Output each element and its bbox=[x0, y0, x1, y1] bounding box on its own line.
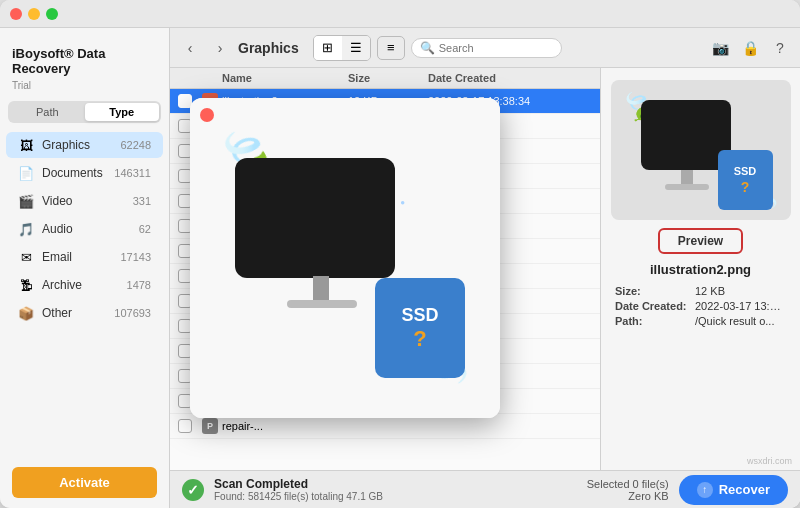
search-box: 🔍 bbox=[411, 38, 563, 58]
sidebar: iBoysoft® Data Recovery Trial Path Type … bbox=[0, 28, 170, 508]
tab-path[interactable]: Path bbox=[10, 103, 85, 121]
sidebar-item-archive[interactable]: 🗜 Archive 1478 bbox=[6, 272, 163, 298]
preview-button[interactable]: Preview bbox=[658, 228, 743, 254]
sidebar-count-video: 331 bbox=[133, 195, 151, 207]
toolbar-title: Graphics bbox=[238, 40, 299, 56]
selected-size: Zero KB bbox=[587, 490, 669, 502]
tab-bar: Path Type bbox=[8, 101, 161, 123]
grid-view-button[interactable]: ⊞ bbox=[314, 36, 342, 60]
search-input[interactable] bbox=[439, 42, 554, 54]
preview-popup: 🍃 🍃 ● ● ● bbox=[190, 98, 500, 418]
info-button[interactable]: 🔒 bbox=[738, 36, 762, 60]
preview-filename: illustration2.png bbox=[650, 262, 751, 277]
video-icon: 🎬 bbox=[18, 193, 34, 209]
file-name: repair-... bbox=[222, 420, 372, 432]
maximize-button[interactable] bbox=[46, 8, 58, 20]
imac-stand bbox=[313, 276, 329, 302]
popup-image: 🍃 🍃 ● ● ● bbox=[190, 98, 500, 418]
file-area: Name Size Date Created ✓ P illustration2… bbox=[170, 68, 800, 470]
preview-date-row: Date Created: 2022-03-17 13:38:34 bbox=[615, 300, 786, 312]
size-label: Size: bbox=[615, 285, 695, 297]
sidebar-item-graphics[interactable]: 🖼 Graphics 62248 bbox=[6, 132, 163, 158]
app-title: iBoysoft® Data Recovery bbox=[0, 38, 169, 80]
header-size: Size bbox=[348, 72, 428, 84]
selected-info: Selected 0 file(s) Zero KB bbox=[587, 478, 669, 502]
content-area: iBoysoft® Data Recovery Trial Path Type … bbox=[0, 28, 800, 508]
audio-icon: 🎵 bbox=[18, 221, 34, 237]
graphics-icon: 🖼 bbox=[18, 137, 34, 153]
sidebar-label-video: Video bbox=[42, 194, 125, 208]
scan-text: Scan Completed Found: 581425 file(s) tot… bbox=[214, 477, 383, 502]
app-trial: Trial bbox=[0, 80, 169, 101]
sidebar-item-email[interactable]: ✉ Email 17143 bbox=[6, 244, 163, 270]
recover-label: Recover bbox=[719, 482, 770, 497]
main-content: ‹ › Graphics ⊞ ☰ ≡ 🔍 📷 🔒 ? bbox=[170, 28, 800, 508]
large-illustration: 🍃 🍃 ● ● ● bbox=[205, 118, 485, 398]
sidebar-label-graphics: Graphics bbox=[42, 138, 112, 152]
other-icon: 📦 bbox=[18, 305, 34, 321]
sidebar-count-graphics: 62248 bbox=[120, 139, 151, 151]
path-label: Path: bbox=[615, 315, 695, 327]
app-window: iBoysoft® Data Recovery Trial Path Type … bbox=[0, 0, 800, 508]
imac-base bbox=[287, 300, 357, 308]
file-checkbox[interactable] bbox=[178, 419, 192, 433]
small-imac-base bbox=[665, 184, 709, 190]
sidebar-item-audio[interactable]: 🎵 Audio 62 bbox=[6, 216, 163, 242]
recover-button[interactable]: ↑ Recover bbox=[679, 475, 788, 505]
sidebar-count-other: 107693 bbox=[114, 307, 151, 319]
date-value: 2022-03-17 13:38:34 bbox=[695, 300, 786, 312]
view-toggle: ⊞ ☰ bbox=[313, 35, 371, 61]
file-list: Name Size Date Created ✓ P illustration2… bbox=[170, 68, 600, 470]
back-button[interactable]: ‹ bbox=[178, 36, 202, 60]
email-icon: ✉ bbox=[18, 249, 34, 265]
sidebar-count-audio: 62 bbox=[139, 223, 151, 235]
help-button[interactable]: ? bbox=[768, 36, 792, 60]
minimize-button[interactable] bbox=[28, 8, 40, 20]
archive-icon: 🗜 bbox=[18, 277, 34, 293]
size-value: 12 KB bbox=[695, 285, 725, 297]
sidebar-label-other: Other bbox=[42, 306, 106, 320]
small-ssd-question: ? bbox=[741, 179, 750, 195]
activate-button[interactable]: Activate bbox=[12, 467, 157, 498]
imac-body bbox=[235, 158, 395, 278]
date-label: Date Created: bbox=[615, 300, 695, 312]
watermark: wsxdri.com bbox=[747, 456, 792, 466]
preview-illustration: 🍃 🍃 SSD ? bbox=[621, 90, 781, 210]
sidebar-label-archive: Archive bbox=[42, 278, 119, 292]
sidebar-label-audio: Audio bbox=[42, 222, 131, 236]
preview-path-row: Path: /Quick result o... bbox=[615, 315, 786, 327]
sidebar-label-email: Email bbox=[42, 250, 112, 264]
file-list-header: Name Size Date Created bbox=[170, 68, 600, 89]
small-ssd-box: SSD ? bbox=[718, 150, 773, 210]
toolbar: ‹ › Graphics ⊞ ☰ ≡ 🔍 📷 🔒 ? bbox=[170, 28, 800, 68]
recover-icon: ↑ bbox=[697, 482, 713, 498]
preview-meta: Size: 12 KB Date Created: 2022-03-17 13:… bbox=[611, 285, 790, 330]
sidebar-item-other[interactable]: 📦 Other 107693 bbox=[6, 300, 163, 326]
ssd-question-icon: ? bbox=[413, 326, 426, 352]
search-icon: 🔍 bbox=[420, 41, 435, 55]
toolbar-right-buttons: 📷 🔒 ? bbox=[708, 36, 792, 60]
filter-button[interactable]: ≡ bbox=[377, 36, 405, 60]
sidebar-label-documents: Documents bbox=[42, 166, 106, 180]
preview-panel: 🍃 🍃 SSD ? bbox=[600, 68, 800, 470]
header-name: Name bbox=[222, 72, 348, 84]
sidebar-count-email: 17143 bbox=[120, 251, 151, 263]
status-bar: ✓ Scan Completed Found: 581425 file(s) t… bbox=[170, 470, 800, 508]
sidebar-item-documents[interactable]: 📄 Documents 146311 bbox=[6, 160, 163, 186]
tab-type[interactable]: Type bbox=[85, 103, 160, 121]
preview-size-row: Size: 12 KB bbox=[615, 285, 786, 297]
documents-icon: 📄 bbox=[18, 165, 34, 181]
camera-button[interactable]: 📷 bbox=[708, 36, 732, 60]
forward-button[interactable]: › bbox=[208, 36, 232, 60]
selected-files-count: Selected 0 file(s) bbox=[587, 478, 669, 490]
small-ssd-label: SSD bbox=[734, 165, 757, 177]
scan-complete-icon: ✓ bbox=[182, 479, 204, 501]
list-view-button[interactable]: ☰ bbox=[342, 36, 370, 60]
file-type-badge: P bbox=[202, 418, 218, 434]
sidebar-count-archive: 1478 bbox=[127, 279, 151, 291]
scan-detail: Found: 581425 file(s) totaling 47.1 GB bbox=[214, 491, 383, 502]
scan-title: Scan Completed bbox=[214, 477, 383, 491]
close-button[interactable] bbox=[10, 8, 22, 20]
sidebar-item-video[interactable]: 🎬 Video 331 bbox=[6, 188, 163, 214]
preview-thumbnail: 🍃 🍃 SSD ? bbox=[611, 80, 791, 220]
